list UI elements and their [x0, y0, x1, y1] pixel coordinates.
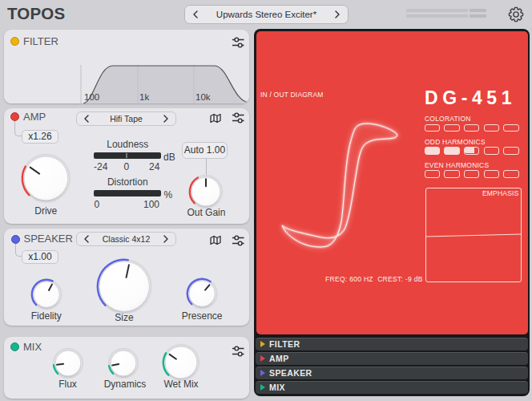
svg-text:100: 100 [84, 92, 99, 102]
svg-text:10k: 10k [195, 92, 211, 102]
svg-text:1k: 1k [139, 92, 149, 102]
